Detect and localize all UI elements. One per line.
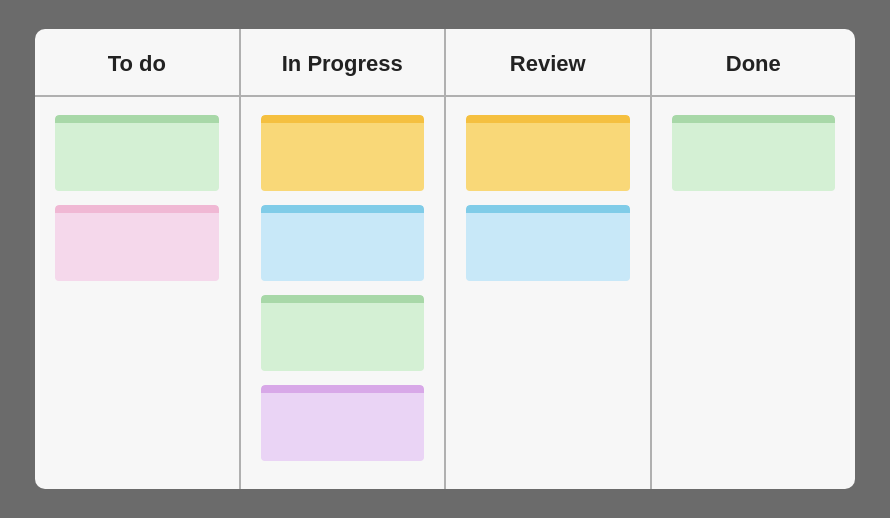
- card-done-1[interactable]: [672, 115, 836, 191]
- card-body: [55, 213, 219, 281]
- card-body: [672, 123, 836, 191]
- card-body: [466, 123, 630, 191]
- card-todo-1[interactable]: [55, 115, 219, 191]
- card-ip-2[interactable]: [261, 205, 425, 281]
- card-body: [261, 123, 425, 191]
- card-top: [466, 205, 630, 213]
- board-body: [35, 97, 855, 489]
- card-body: [261, 213, 425, 281]
- col-body-todo: [35, 97, 241, 489]
- col-header-in-progress: In Progress: [241, 29, 447, 95]
- card-rv-1[interactable]: [466, 115, 630, 191]
- card-top: [261, 385, 425, 393]
- card-ip-4[interactable]: [261, 385, 425, 461]
- card-top: [261, 205, 425, 213]
- board-header: To do In Progress Review Done: [35, 29, 855, 97]
- col-body-review: [446, 97, 652, 489]
- col-header-todo: To do: [35, 29, 241, 95]
- card-top: [261, 295, 425, 303]
- card-rv-2[interactable]: [466, 205, 630, 281]
- card-body: [261, 393, 425, 461]
- card-body: [466, 213, 630, 281]
- card-top: [55, 115, 219, 123]
- card-top: [672, 115, 836, 123]
- card-ip-3[interactable]: [261, 295, 425, 371]
- col-body-done: [652, 97, 856, 489]
- col-body-in-progress: [241, 97, 447, 489]
- card-body: [261, 303, 425, 371]
- card-top: [466, 115, 630, 123]
- card-top: [261, 115, 425, 123]
- card-todo-2[interactable]: [55, 205, 219, 281]
- card-ip-1[interactable]: [261, 115, 425, 191]
- kanban-board: To do In Progress Review Done: [35, 29, 855, 489]
- col-header-done: Done: [652, 29, 856, 95]
- card-top: [55, 205, 219, 213]
- card-body: [55, 123, 219, 191]
- col-header-review: Review: [446, 29, 652, 95]
